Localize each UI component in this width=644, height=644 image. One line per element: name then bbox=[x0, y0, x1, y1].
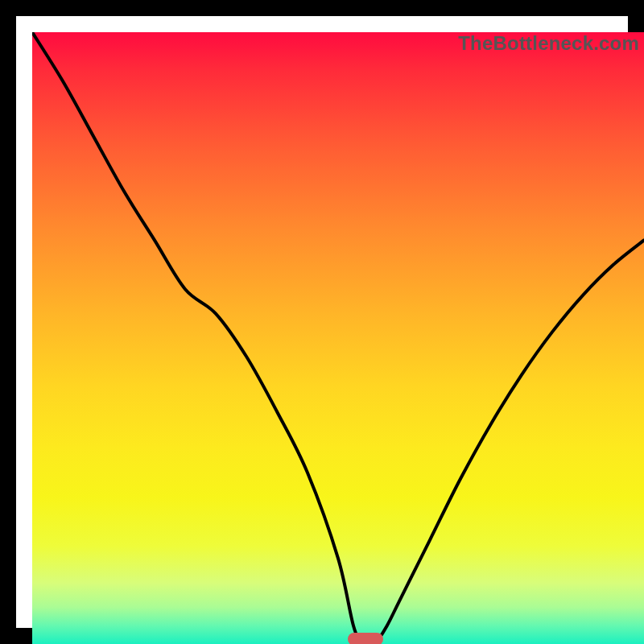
optimal-marker bbox=[348, 633, 383, 644]
plot-area: TheBottleneck.com bbox=[32, 32, 644, 644]
chart-frame: TheBottleneck.com bbox=[0, 0, 644, 644]
bottleneck-curve bbox=[32, 32, 644, 644]
